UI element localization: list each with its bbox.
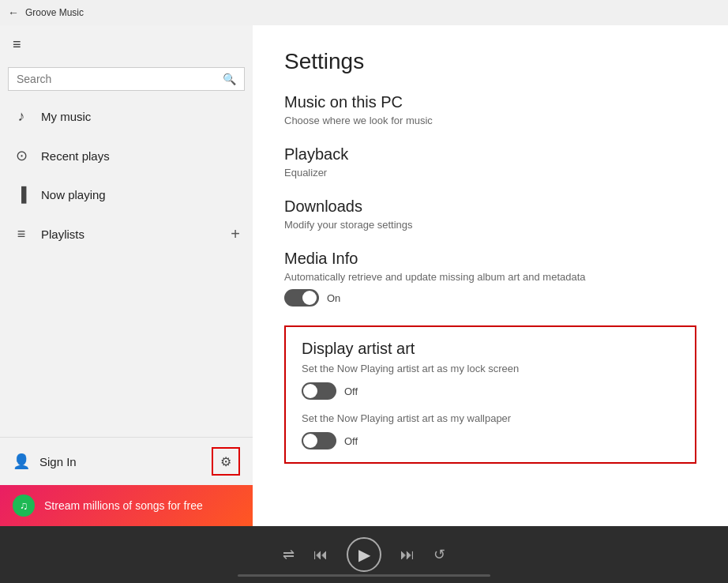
media-info-toggle-row: On — [284, 289, 696, 307]
media-info-toggle[interactable] — [284, 289, 319, 307]
section-playback: Playback Equalizer — [284, 145, 696, 179]
sidebar-item-recent-plays[interactable]: ⊙ Recent plays — [0, 136, 253, 175]
spotify-icon: ♫ — [20, 499, 28, 512]
section-title: Playback — [284, 145, 696, 164]
media-info-toggle-label: On — [327, 292, 340, 304]
title-bar: ← Groove Music — [0, 0, 728, 25]
sidebar-item-my-music[interactable]: ♪ My music — [0, 97, 253, 136]
toggle-knob — [303, 384, 317, 398]
wallpaper-toggle-label: Off — [344, 435, 358, 447]
sidebar-item-playlists[interactable]: ≡ Playlists + — [0, 214, 253, 254]
search-input[interactable] — [17, 73, 216, 85]
toggle-knob — [302, 291, 317, 305]
search-icon: 🔍 — [223, 73, 236, 85]
progress-bar[interactable] — [238, 574, 490, 577]
artist-art-title: Display artist art — [302, 340, 679, 358]
sign-in-label: Sign In — [39, 455, 202, 468]
previous-button[interactable]: ⏮ — [313, 547, 328, 563]
main-layout: ≡ 🔍 ♪ My music ⊙ Recent plays ▐ Now play… — [0, 25, 728, 526]
sidebar-item-now-playing[interactable]: ▐ Now playing — [0, 175, 253, 214]
list-icon: ≡ — [13, 226, 30, 243]
spotify-logo: ♫ — [13, 495, 35, 517]
play-button[interactable]: ▶ — [347, 537, 381, 572]
settings-gear-button[interactable]: ⚙ — [212, 447, 240, 476]
lockscreen-toggle-row: Off — [302, 382, 679, 400]
clock-icon: ⊙ — [13, 147, 30, 164]
hamburger-button[interactable]: ≡ — [0, 25, 253, 64]
spotify-banner[interactable]: ♫ Stream millions of songs for free — [0, 485, 253, 526]
shuffle-button[interactable]: ⇌ — [283, 546, 295, 563]
music-note-icon: ♪ — [13, 108, 30, 125]
section-subtitle: Modify your storage settings — [284, 219, 696, 231]
section-subtitle: Choose where we look for music — [284, 115, 696, 126]
sidebar-item-label: Recent plays — [41, 149, 240, 163]
next-button[interactable]: ⏭ — [400, 547, 415, 563]
section-subtitle: Equalizer — [284, 167, 696, 179]
lockscreen-toggle[interactable] — [302, 382, 336, 400]
add-playlist-button[interactable]: + — [231, 225, 240, 243]
wallpaper-label: Set the Now Playing artist art as my wal… — [302, 412, 679, 424]
sidebar-item-label: My music — [41, 110, 240, 123]
lockscreen-label: Set the Now Playing artist art as my loc… — [302, 363, 679, 374]
hamburger-icon: ≡ — [13, 36, 21, 53]
bars-icon: ▐ — [13, 186, 30, 203]
sidebar-bottom: 👤 Sign In ⚙ ♫ Stream millions of songs f… — [0, 437, 253, 526]
sidebar-top: ≡ 🔍 ♪ My music ⊙ Recent plays ▐ Now play… — [0, 25, 253, 437]
display-artist-art-section: Display artist art Set the Now Playing a… — [284, 325, 696, 464]
section-media-info: Media Info Automatically retrieve and up… — [284, 250, 696, 307]
wallpaper-toggle[interactable] — [302, 432, 336, 449]
section-title: Media Info — [284, 250, 696, 268]
toggle-knob — [303, 434, 317, 448]
section-title: Music on this PC — [284, 93, 696, 111]
back-button[interactable]: ← — [8, 6, 19, 19]
page-title: Settings — [284, 49, 696, 74]
sign-in-row[interactable]: 👤 Sign In ⚙ — [0, 438, 253, 485]
section-subtitle: Automatically retrieve and update missin… — [284, 271, 696, 283]
section-music-on-pc: Music on this PC Choose where we look fo… — [284, 93, 696, 126]
section-downloads: Downloads Modify your storage settings — [284, 197, 696, 231]
user-icon: 👤 — [13, 453, 30, 470]
app-title: Groove Music — [25, 7, 84, 18]
section-title: Downloads — [284, 197, 696, 216]
content-area: Settings Music on this PC Choose where w… — [253, 25, 728, 526]
playback-bar: ⇌ ⏮ ▶ ⏭ ↺ — [0, 526, 728, 583]
sidebar-item-label: Playlists — [41, 228, 220, 241]
repeat-button[interactable]: ↺ — [433, 546, 445, 563]
spotify-text: Stream millions of songs for free — [44, 499, 203, 512]
wallpaper-toggle-row: Off — [302, 432, 679, 449]
gear-icon: ⚙ — [220, 454, 231, 469]
search-bar[interactable]: 🔍 — [8, 67, 245, 91]
lockscreen-toggle-label: Off — [344, 386, 358, 397]
sidebar-item-label: Now playing — [41, 188, 240, 201]
sidebar: ≡ 🔍 ♪ My music ⊙ Recent plays ▐ Now play… — [0, 25, 253, 526]
